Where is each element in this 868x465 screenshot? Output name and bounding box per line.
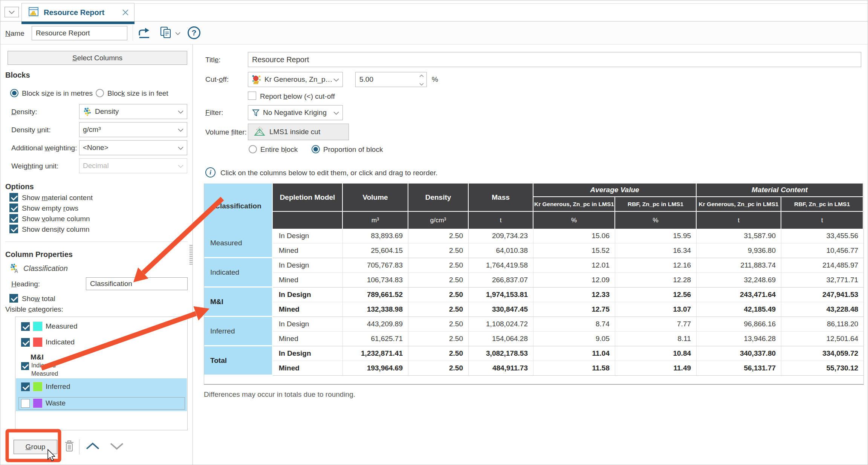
density-dropdown[interactable]: Density	[79, 104, 187, 119]
list-item-waste[interactable]: Waste	[21, 398, 66, 408]
visible-categories-list: Measured Indicated M&I Indicated Measure…	[15, 317, 188, 430]
list-item-measured[interactable]: Measured	[21, 321, 78, 331]
table-cell: 8.74	[533, 317, 615, 332]
table-cell: 2.50	[408, 243, 469, 258]
measured-checkbox[interactable]	[21, 322, 30, 331]
table-cell: 2.50	[408, 361, 469, 376]
toolbar-separator	[133, 25, 133, 41]
list-item-inferred[interactable]: Inferred	[21, 382, 70, 392]
window-list-button[interactable]	[5, 7, 19, 17]
report-table: ClassificationDepletion ModelVolumeDensi…	[204, 184, 864, 385]
table-cell: 1,764,419.58	[469, 258, 533, 273]
checkbox-show-material-content[interactable]	[9, 193, 18, 202]
table-cell: 83,893.69	[343, 229, 408, 243]
classification-cell: Total	[204, 346, 273, 376]
checkbox-show-total[interactable]	[9, 294, 18, 303]
export-button[interactable]	[136, 26, 151, 41]
radio-block-feet[interactable]	[96, 89, 104, 97]
volume-filter-button[interactable]: LMS1 inside cut	[248, 124, 349, 140]
tab-title: Resource Report	[44, 8, 104, 17]
classification-cell: M&I	[204, 288, 273, 317]
table-row: TotalIn Design1,232,871.412.503,082,178.…	[204, 346, 863, 361]
radio-block-metres[interactable]	[10, 89, 18, 97]
radio-entire-block[interactable]	[249, 145, 257, 153]
waste-checkbox[interactable]	[21, 399, 30, 408]
inferred-checkbox[interactable]	[21, 382, 30, 391]
tab-resource-report[interactable]: Resource Report	[21, 3, 134, 21]
column-unit: %	[533, 212, 615, 229]
checkbox-show-density-column[interactable]	[9, 225, 18, 233]
close-icon[interactable]	[122, 9, 129, 16]
column-header[interactable]: Density	[408, 184, 469, 212]
trash-icon	[64, 440, 75, 454]
table-cell: 10,456.77	[781, 243, 863, 258]
column-unit: t	[469, 212, 533, 229]
mi-group-checkbox[interactable]	[21, 362, 29, 370]
info-icon: i	[205, 167, 215, 177]
copy-button[interactable]	[158, 26, 173, 41]
additional-weighting-dropdown[interactable]: <None>	[79, 140, 187, 155]
table-cell: 334,059.72	[781, 346, 863, 361]
table-cell: 243,471.64	[697, 288, 781, 302]
selected-column-name: Classification	[23, 264, 68, 273]
options-heading: Options	[5, 182, 34, 191]
column-header-classification[interactable]: Classification	[204, 184, 273, 229]
density-unit-dropdown[interactable]: g/cm³	[79, 122, 187, 137]
checkbox-show-empty-rows[interactable]	[9, 203, 18, 212]
column-header[interactable]: Kr Generous, Zn_pc in LMS1	[697, 197, 781, 212]
density-label: Density:	[11, 108, 37, 116]
table-cell: 2.50	[408, 317, 469, 332]
radio-entire-block-label: Entire block	[260, 145, 298, 154]
column-header[interactable]: RBF, Zn_pc in LMS1	[615, 197, 697, 212]
table-cell: 209,734.23	[469, 229, 533, 243]
filter-dropdown[interactable]: No Negative Kriging	[248, 105, 343, 120]
column-header[interactable]: Volume	[343, 184, 408, 212]
table-cell: 8.11	[615, 332, 697, 346]
table-cell: 3,082,178.53	[469, 346, 533, 361]
table-cell: 25,604.15	[343, 243, 408, 258]
column-properties-heading: Column Properties	[5, 250, 73, 259]
blocks-heading: Blocks	[5, 71, 30, 80]
help-icon[interactable]: ?	[188, 26, 200, 39]
column-unit: %	[615, 212, 697, 229]
table-cell: 12,501.64	[781, 332, 863, 346]
cutoff-value-spinner[interactable]	[355, 72, 427, 87]
checkbox-show-volume-column[interactable]	[9, 214, 18, 223]
panel-splitter-grip[interactable]	[189, 245, 193, 265]
table-cell: 12.01	[533, 258, 615, 273]
column-header[interactable]: RBF, Zn_pc in LMS1	[781, 197, 863, 212]
table-cell: 43,228.48	[781, 302, 863, 317]
list-item-mi-group[interactable]: M&I Indicated Measured	[31, 353, 58, 377]
list-item-indicated[interactable]: Indicated	[21, 337, 75, 347]
column-header[interactable]: Depletion Model	[273, 184, 343, 212]
table-cell: 2.50	[408, 229, 469, 243]
table-row: InferredIn Design443,209.892.501,108,024…	[204, 317, 863, 332]
checkbox-report-below[interactable]	[248, 92, 256, 100]
table-row: MeasuredIn Design83,893.692.50209,734.23…	[204, 229, 863, 243]
spinner-up-icon[interactable]	[419, 72, 424, 79]
table-cell: 15.06	[533, 229, 615, 243]
column-header[interactable]: Mass	[469, 184, 533, 212]
column-header[interactable]: Kr Generous, Zn_pc in LMS1	[533, 197, 615, 212]
copy-options-chevron[interactable]	[174, 30, 182, 36]
active-tab-underline	[21, 21, 134, 24]
move-down-button[interactable]	[108, 442, 125, 452]
cutoff-column-dropdown[interactable]: Kr Generous, Zn_pc in ...	[248, 72, 343, 87]
delete-button[interactable]	[63, 439, 75, 454]
svg-text:A: A	[14, 268, 18, 274]
button-divider	[79, 439, 79, 454]
cutoff-value-input[interactable]	[356, 72, 417, 87]
title-input[interactable]	[248, 52, 861, 67]
table-cell: 2.50	[408, 332, 469, 346]
table-row: Mined193,964.692.50484,911.7311.5811.495…	[204, 361, 863, 376]
indicated-checkbox[interactable]	[21, 338, 30, 347]
heading-input[interactable]	[86, 277, 188, 290]
table-cell: Mined	[273, 361, 343, 376]
move-up-button[interactable]	[84, 442, 101, 452]
select-columns-button[interactable]: Select Columns	[8, 51, 187, 65]
radio-proportion-block[interactable]	[312, 145, 320, 153]
title-label: Title:	[205, 56, 220, 64]
group-button[interactable]: Group	[14, 440, 57, 454]
spinner-down-icon[interactable]	[419, 80, 424, 87]
name-input[interactable]	[32, 26, 127, 40]
